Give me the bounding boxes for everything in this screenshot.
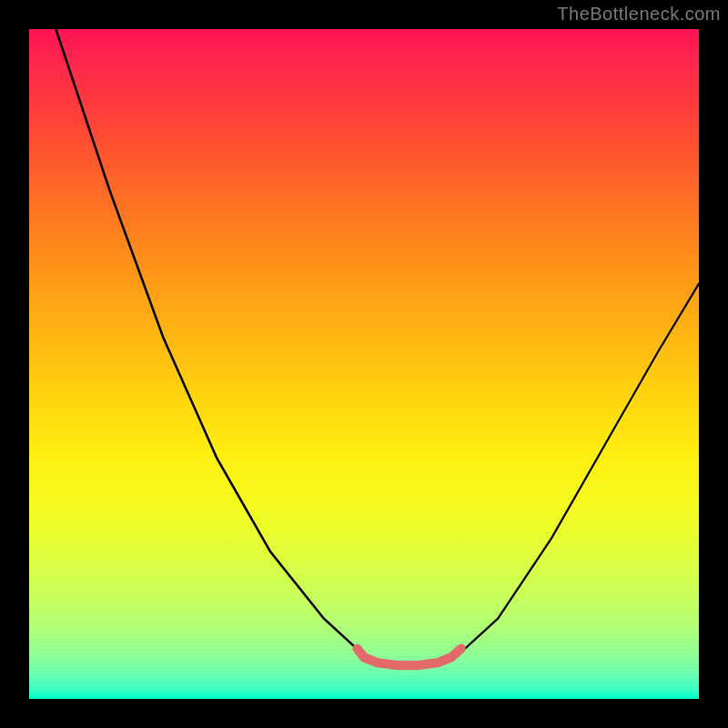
curve-layer	[29, 29, 699, 699]
plot-area	[29, 29, 699, 699]
watermark-text: TheBottleneck.com	[557, 4, 721, 25]
curve-right-branch	[458, 284, 699, 655]
chart-frame: TheBottleneck.com	[0, 0, 728, 728]
valley-marker	[358, 649, 461, 665]
curve-left-branch	[56, 29, 364, 655]
